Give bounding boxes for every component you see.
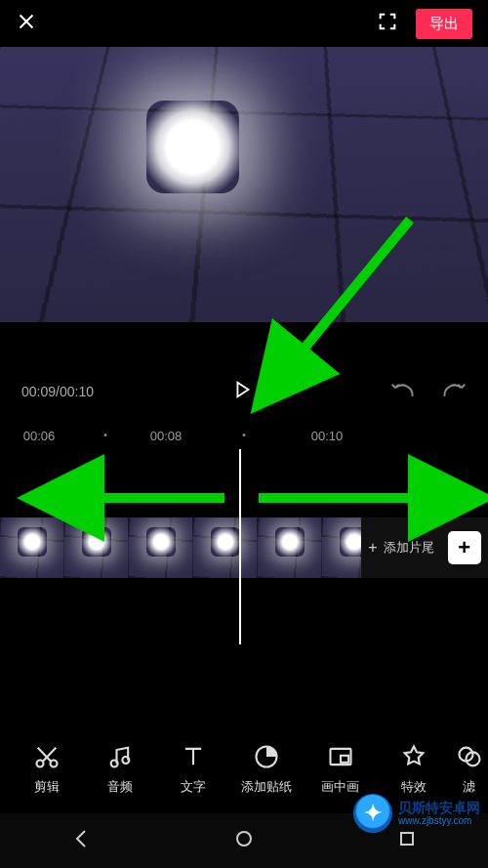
undo-button[interactable] — [390, 380, 416, 403]
tool-label: 音频 — [107, 778, 133, 796]
watermark: ✦ 贝斯特安卓网 www.zjbstyy.com — [353, 794, 480, 833]
nav-home[interactable] — [232, 827, 256, 854]
tool-label: 文字 — [181, 778, 206, 796]
nav-back[interactable] — [69, 827, 93, 854]
svg-point-12 — [237, 832, 251, 846]
playhead[interactable] — [239, 449, 241, 644]
svg-rect-9 — [341, 756, 348, 763]
tool-label: 添加贴纸 — [241, 778, 292, 796]
tool-label: 剪辑 — [34, 778, 60, 796]
close-icon[interactable] — [16, 11, 37, 36]
tool-cut[interactable]: 剪辑 — [10, 743, 83, 796]
clip-thumbnail[interactable] — [0, 517, 64, 578]
clip-thumbnail[interactable] — [129, 517, 193, 578]
timeline-track[interactable]: + 添加片尾 + — [0, 517, 488, 578]
ruler-tick: 00:08 — [150, 429, 183, 443]
ruler-tick: 00:06 — [23, 429, 56, 443]
clip-thumbnail[interactable] — [258, 517, 322, 578]
svg-rect-13 — [401, 833, 413, 845]
play-button[interactable] — [231, 379, 253, 404]
svg-point-4 — [50, 761, 57, 767]
tool-pip[interactable]: 画中画 — [304, 743, 377, 796]
export-button[interactable]: 导出 — [416, 9, 472, 39]
fullscreen-icon[interactable] — [377, 11, 398, 36]
clip-thumbnail[interactable] — [64, 517, 129, 578]
ruler-tick: 00:10 — [311, 429, 344, 443]
timeline-ruler[interactable]: 00:06 00:08 00:10 — [0, 422, 488, 449]
tool-filter[interactable]: 滤 — [450, 743, 488, 796]
time-display: 00:09/00:10 — [21, 384, 94, 399]
video-preview[interactable] — [0, 47, 488, 322]
redo-button[interactable] — [441, 380, 467, 403]
tool-text[interactable]: 文字 — [156, 743, 229, 796]
clip-thumbnail[interactable] — [193, 517, 258, 578]
tool-audio[interactable]: 音频 — [83, 743, 156, 796]
svg-point-3 — [36, 761, 43, 767]
tool-effect[interactable]: 特效 — [377, 743, 450, 796]
tool-sticker[interactable]: 添加贴纸 — [230, 743, 304, 796]
add-clip-button[interactable]: + — [448, 531, 481, 564]
clip-thumbnail[interactable] — [322, 517, 361, 578]
add-ending-button[interactable]: + 添加片尾 + — [361, 517, 488, 578]
